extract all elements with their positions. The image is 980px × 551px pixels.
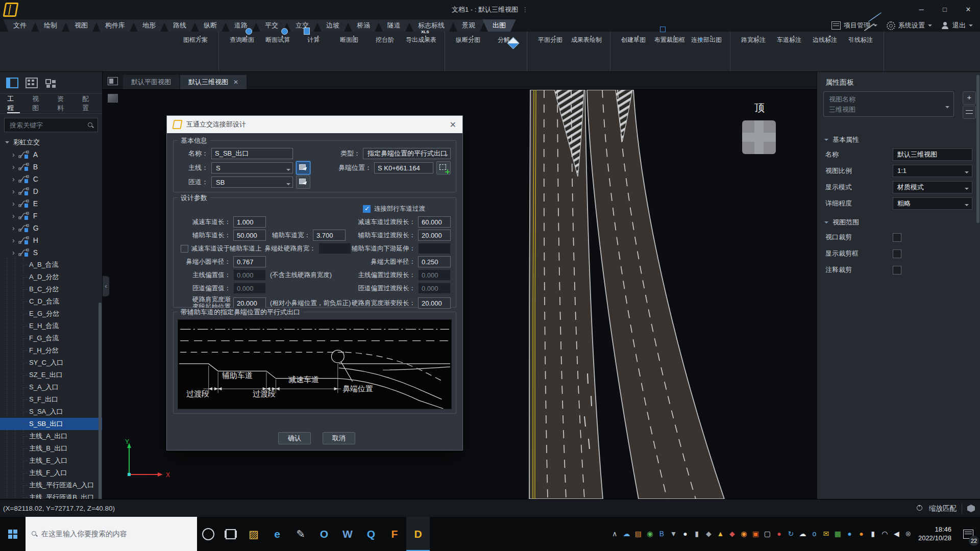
action-center-button[interactable]: 22 bbox=[957, 517, 980, 551]
zoom-fit-icon[interactable] bbox=[917, 505, 924, 512]
close-circle-icon[interactable]: ⊗ bbox=[902, 517, 914, 551]
layout-grid-icon[interactable] bbox=[45, 79, 55, 87]
zoom-fit-label[interactable]: 缩放匹配 bbox=[929, 504, 957, 513]
ribbon-tool-button[interactable]: 边线标注 bbox=[807, 35, 843, 44]
bluetooth-icon[interactable]: B bbox=[656, 517, 668, 551]
nose-shoulder-input[interactable] bbox=[318, 243, 351, 254]
ribbon-tool-button[interactable]: 断面图 bbox=[331, 35, 367, 44]
nose-position-input[interactable] bbox=[374, 162, 433, 173]
tree-leaf-item[interactable]: C_D_合流 bbox=[0, 295, 102, 308]
tree-root-node[interactable]: 彩虹立交 bbox=[0, 136, 102, 148]
layout-columns-icon[interactable] bbox=[6, 78, 18, 88]
menu-tab[interactable]: 边坡 bbox=[316, 19, 350, 32]
layout-mosaic-icon[interactable] bbox=[26, 78, 38, 88]
red-app-icon[interactable]: ◆ bbox=[726, 517, 738, 551]
pick-ramp-button[interactable] bbox=[296, 176, 310, 189]
menu-right-item[interactable]: 退出 bbox=[941, 21, 973, 30]
grid-notebook-icon[interactable]: ▦ bbox=[832, 517, 844, 551]
ribbon-tool-button[interactable]: 创建草图 bbox=[616, 35, 651, 44]
tree-branch[interactable]: G bbox=[0, 222, 102, 234]
title-options-icon[interactable]: ⋮ bbox=[522, 6, 528, 13]
mainline-offset-transition-input[interactable] bbox=[418, 269, 451, 281]
tree-leaf-item[interactable]: 主线_平行匝道B_出口 bbox=[0, 491, 102, 499]
nav-diamond-icon[interactable]: ◆ bbox=[703, 517, 715, 551]
file-explorer-icon[interactable]: ▨ bbox=[242, 517, 265, 551]
menu-tab[interactable]: 立交 bbox=[285, 19, 319, 32]
tree-leaf-item[interactable]: B_C_分岔 bbox=[0, 283, 102, 295]
confirm-button[interactable]: 确认 bbox=[278, 432, 311, 444]
usb-icon[interactable]: ▮ bbox=[691, 517, 703, 551]
panel-collapse-handle[interactable] bbox=[103, 276, 109, 296]
checkbox[interactable] bbox=[893, 233, 901, 242]
tree-leaf-item[interactable]: 主线_E_入口 bbox=[0, 455, 102, 467]
taskbar-search[interactable]: 在这里输入你要搜索的内容 bbox=[26, 517, 197, 551]
ramp-select[interactable]: SB bbox=[211, 177, 293, 188]
tree-leaf-item[interactable]: E_G_分岔 bbox=[0, 308, 102, 320]
ribbon-tool-button[interactable]: 路宽标注 bbox=[736, 35, 771, 44]
search-input[interactable] bbox=[9, 121, 85, 130]
search-icon[interactable] bbox=[88, 122, 93, 128]
ribbon-tool-button[interactable]: 车道标注 bbox=[771, 35, 807, 44]
tree-leaf-item[interactable]: S_F_出口 bbox=[0, 393, 102, 406]
outlook-tray-icon[interactable]: o bbox=[808, 517, 820, 551]
menu-tab[interactable]: 桥涵 bbox=[347, 19, 380, 32]
white-cloud-icon[interactable]: ☁ bbox=[797, 517, 808, 551]
view-scale-select[interactable]: 1:1 bbox=[893, 165, 972, 177]
cad-app-icon[interactable]: D bbox=[406, 517, 430, 551]
tree-branch[interactable]: F bbox=[0, 210, 102, 222]
notes-app-icon[interactable]: ✎ bbox=[289, 517, 312, 551]
tree-leaf-item[interactable]: 主线_A_出口 bbox=[0, 430, 102, 442]
clock[interactable]: 18:46 2022/10/28 bbox=[914, 525, 957, 543]
connection-type-select[interactable]: 指定鼻端位置的平行式出口 bbox=[363, 148, 451, 159]
ribbon-tool-button[interactable]: 计算 bbox=[296, 35, 331, 44]
tree-branch[interactable]: D bbox=[0, 185, 102, 197]
tree-leaf-item[interactable]: E_H_合流 bbox=[0, 320, 102, 332]
task-view-button[interactable] bbox=[219, 529, 242, 539]
section-view-range[interactable]: 视图范围 bbox=[824, 218, 859, 227]
decel-transition-input[interactable] bbox=[418, 216, 451, 228]
window-app-icon[interactable]: ▤ bbox=[632, 517, 644, 551]
add-view-button[interactable]: + bbox=[963, 91, 976, 105]
aux-transition-input[interactable] bbox=[418, 230, 451, 241]
blue-drop-icon[interactable]: ● bbox=[844, 517, 855, 551]
view-name-input[interactable] bbox=[893, 148, 972, 161]
tree-branch[interactable]: S bbox=[0, 246, 102, 259]
pick-nose-point-button[interactable] bbox=[436, 161, 451, 174]
3d-mode-icon[interactable] bbox=[967, 505, 975, 512]
view-tab[interactable]: 默认平面视图 ✕ bbox=[123, 75, 179, 89]
ribbon-tool-button[interactable]: 连接部出图 bbox=[688, 35, 725, 44]
menu-tab[interactable]: 视图 bbox=[64, 19, 98, 32]
sync-circle-icon[interactable]: ↻ bbox=[785, 517, 797, 551]
ribbon-tool-button[interactable]: 图框方案 bbox=[178, 35, 213, 44]
ribbon-tool-button[interactable]: 导出成果表 bbox=[403, 35, 439, 44]
browser-tab[interactable]: 视图 bbox=[32, 94, 45, 113]
ramp-offset-input[interactable] bbox=[233, 283, 266, 294]
menu-tab[interactable]: 路线 bbox=[163, 19, 197, 32]
ribbon-tool-button[interactable]: 分解 bbox=[486, 35, 522, 44]
ribbon-tool-button[interactable]: 挖台阶 bbox=[367, 35, 403, 44]
shoulder-taper-length-input[interactable] bbox=[418, 297, 451, 309]
tree-leaf-item[interactable]: 主线_平行匝道A_入口 bbox=[0, 479, 102, 491]
ribbon-tool-button[interactable]: 查询断面 bbox=[224, 35, 260, 44]
connection-name-input[interactable] bbox=[211, 148, 293, 159]
tree-leaf-item[interactable]: S_SB_出口 bbox=[0, 418, 102, 430]
menu-tab[interactable]: 绘制 bbox=[34, 19, 67, 32]
orange-square-icon[interactable]: ▣ bbox=[750, 517, 762, 551]
tree-leaf-item[interactable]: F_H_分岔 bbox=[0, 344, 102, 357]
tree-scrollbar[interactable] bbox=[99, 303, 102, 499]
ramp-offset-transition-input[interactable] bbox=[418, 283, 451, 294]
shoulder-taper-start-input[interactable] bbox=[233, 297, 266, 309]
tree-leaf-item[interactable]: 主线_F_入口 bbox=[0, 467, 102, 479]
start-button[interactable] bbox=[0, 517, 26, 551]
cortana-button[interactable] bbox=[197, 528, 219, 540]
wifi-icon[interactable]: ◠ bbox=[879, 517, 891, 551]
cancel-button[interactable]: 取消 bbox=[323, 432, 355, 444]
menu-tab[interactable]: 地形 bbox=[132, 19, 166, 32]
mainline-offset-input[interactable] bbox=[233, 269, 266, 281]
qq-penguin-icon[interactable]: ● bbox=[679, 517, 691, 551]
decel-on-aux-checkbox[interactable] bbox=[181, 245, 188, 253]
view-tab[interactable]: 默认三维视图 ✕ bbox=[180, 75, 247, 89]
view-list-button[interactable] bbox=[963, 106, 976, 119]
maximize-button[interactable]: □ bbox=[933, 0, 957, 19]
detail-level-select[interactable]: 粗略 bbox=[893, 197, 972, 210]
